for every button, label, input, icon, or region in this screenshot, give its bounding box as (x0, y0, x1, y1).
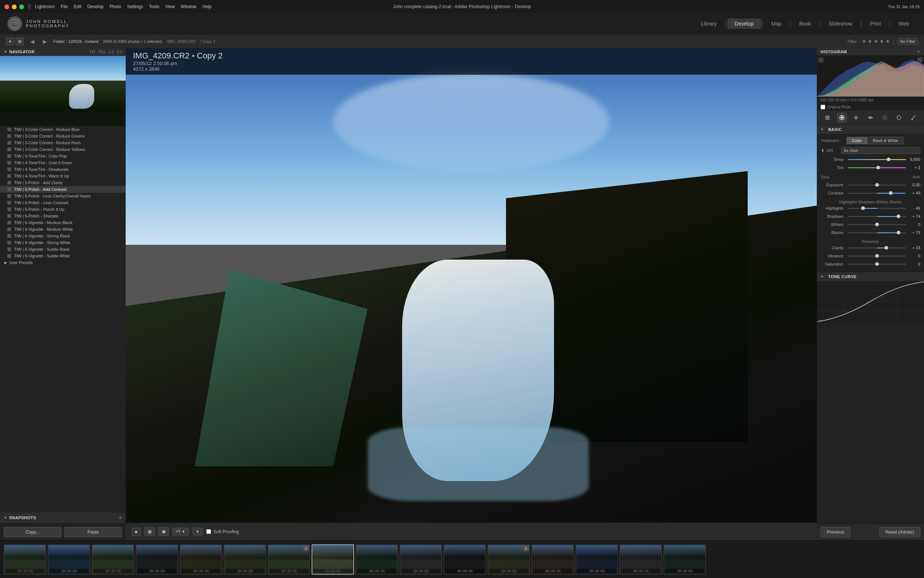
star4[interactable]: ★ (880, 39, 884, 44)
film-thumb[interactable] (400, 544, 442, 575)
menu-photo[interactable]: Photo (109, 4, 121, 9)
film-thumb[interactable] (356, 544, 398, 575)
clarity-thumb[interactable] (884, 246, 888, 250)
tone-curve-header[interactable]: ▼ Tone Curve (817, 272, 924, 281)
vibrance-thumb[interactable] (875, 254, 879, 258)
copy-button[interactable]: Copy... (4, 527, 61, 537)
film-thumb[interactable] (92, 544, 134, 575)
wb-eyedropper-icon[interactable] (820, 148, 825, 153)
exposure-thumb[interactable] (875, 183, 879, 187)
menu-settings[interactable]: Settings (127, 4, 143, 9)
film-thumb[interactable] (180, 544, 222, 575)
tab-print[interactable]: Print (863, 18, 888, 29)
histogram-header[interactable]: Histogram ▼ (817, 48, 924, 56)
zoom-btn[interactable]: YY ▼ (173, 528, 189, 536)
snapshots-add-btn[interactable]: + (119, 515, 122, 521)
temp-thumb[interactable] (887, 157, 890, 161)
preset-item[interactable]: TtW | 3-Color Correct - Reduce Greens (0, 133, 126, 140)
previous-button[interactable]: Previous (820, 527, 850, 537)
tab-map[interactable]: Map (764, 18, 789, 29)
film-thumb[interactable] (620, 544, 662, 575)
tint-track[interactable] (848, 167, 906, 168)
saturation-thumb[interactable] (875, 262, 879, 266)
compare-view-btn[interactable]: ▦ (16, 37, 24, 45)
survey-btn[interactable]: ▣ (159, 527, 169, 536)
reset-button[interactable]: Reset (Adobe) (879, 527, 920, 537)
grad-filter-btn[interactable] (880, 113, 890, 122)
menu-view[interactable]: View (165, 4, 175, 9)
navigator-header[interactable]: ▼ Navigator FIT FILL 1:1 3:1 (0, 48, 126, 56)
menu-file[interactable]: File (61, 4, 68, 9)
zoom-1-1[interactable]: 1:1 (108, 50, 114, 54)
zoom-3-1[interactable]: 3:1 (117, 50, 122, 54)
minimize-button[interactable] (12, 5, 17, 9)
preset-item[interactable]: TtW | 6-Vignette - Medium White (0, 226, 126, 232)
adj-brush-btn[interactable] (908, 113, 918, 122)
preset-item[interactable]: TtW | 3-Color Correct - Reduce Blue (0, 126, 126, 133)
preset-item[interactable]: TtW | 4-Tone/Tint - Warm It Up (0, 173, 126, 179)
saturation-track[interactable] (848, 264, 906, 265)
menu-lightroom[interactable]: Lightroom (35, 4, 55, 9)
tab-develop[interactable]: Develop (727, 18, 761, 29)
next-image-btn[interactable]: ▶ (40, 37, 49, 45)
navigator-thumbnail[interactable] (0, 56, 126, 126)
redeye-tool-btn[interactable] (866, 113, 875, 122)
preset-item[interactable]: TtW | 5-Polish - Less Contrast (0, 199, 126, 206)
preset-item[interactable]: TtW | 6-Vignette - Subtle Black (0, 246, 126, 253)
preset-item[interactable]: TtW | 5-Polish - Less Clarity(Overall Ha… (0, 193, 126, 199)
film-thumb[interactable] (312, 544, 354, 575)
view-mode-btn[interactable]: ■ (131, 528, 141, 536)
maximize-button[interactable] (19, 5, 24, 9)
bw-btn[interactable]: Black & White (867, 137, 903, 144)
film-thumb[interactable] (136, 544, 178, 575)
star3[interactable]: ★ (874, 39, 878, 44)
menu-edit[interactable]: Edit (74, 4, 82, 9)
snapshots-header[interactable]: ▼ Snapshots + (0, 512, 126, 524)
zoom-ratio-btn[interactable]: ▼ (193, 528, 203, 536)
film-thumb[interactable] (531, 544, 574, 575)
heal-tool-btn[interactable] (851, 113, 861, 122)
paste-button[interactable]: Paste (64, 527, 122, 537)
soft-proof-checkbox[interactable] (206, 529, 211, 534)
color-btn[interactable]: Color (846, 137, 867, 144)
preset-item[interactable]: TtW | 6-Vignette - Subtle White (0, 253, 126, 259)
preset-item[interactable]: TtW | 3-Color Correct - Reduce Yellows (0, 146, 126, 153)
blacks-track[interactable] (848, 232, 906, 233)
contrast-track[interactable] (848, 193, 906, 194)
star5[interactable]: ★ (885, 39, 890, 44)
tab-library[interactable]: Library (694, 18, 724, 29)
preset-item[interactable]: TtW | 5-Polish - Punch It Up (0, 206, 126, 213)
zoom-fill[interactable]: FILL (98, 50, 106, 54)
tone-auto-btn[interactable]: Auto (913, 175, 920, 179)
blacks-thumb[interactable] (896, 231, 900, 234)
whites-track[interactable] (848, 224, 906, 225)
film-thumb[interactable] (4, 544, 46, 575)
preset-item[interactable]: TtW | 4-Tone/Tint - Desaturate (0, 166, 126, 173)
preset-item[interactable]: TtW | 5-Polish - Add Contrast (0, 186, 126, 193)
film-thumb[interactable] (223, 544, 266, 575)
shadows-thumb[interactable] (896, 214, 900, 218)
film-thumb[interactable] (48, 544, 90, 575)
highlights-thumb[interactable] (861, 206, 865, 210)
preset-item[interactable]: TtW | 6-Vignette - Strong White (0, 239, 126, 246)
menu-develop[interactable]: Develop (87, 4, 104, 9)
clarity-track[interactable] (848, 247, 906, 248)
film-thumb[interactable] (443, 544, 486, 575)
basic-header[interactable]: ▼ Basic (817, 125, 924, 134)
filter-dropdown[interactable]: No Filter (897, 38, 918, 45)
original-photo-check[interactable] (820, 105, 825, 109)
zoom-fit[interactable]: FIT (90, 50, 95, 54)
basic-tool-btn[interactable] (823, 113, 832, 122)
rad-filter-btn[interactable] (894, 113, 904, 122)
film-thumb[interactable]: 3 (268, 544, 310, 575)
close-button[interactable] (5, 5, 9, 9)
tab-book[interactable]: Book (792, 18, 818, 29)
tab-slideshow[interactable]: Slideshow (822, 18, 860, 29)
preset-item[interactable]: TtW | 6-Vignette - Strong Black (0, 232, 126, 239)
menu-window[interactable]: Window (181, 4, 197, 9)
film-thumb[interactable] (663, 544, 706, 575)
preset-item[interactable]: TtW | 6-Vignette - Medium Black (0, 219, 126, 226)
tab-web[interactable]: Web (891, 18, 917, 29)
crop-tool-btn[interactable] (837, 113, 847, 122)
vibrance-track[interactable] (848, 255, 906, 257)
